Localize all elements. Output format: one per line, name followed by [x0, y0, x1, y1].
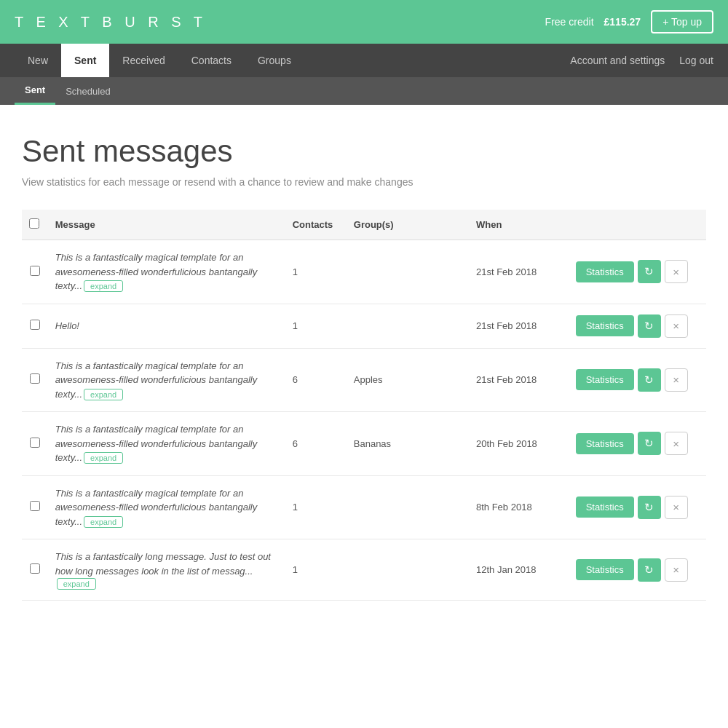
contacts-count: 6: [293, 374, 298, 385]
contacts-cell: 6: [285, 348, 347, 412]
message-cell: This is a fantastically long message. Ju…: [48, 539, 285, 601]
subnav-item-sent[interactable]: Sent: [15, 77, 55, 105]
main-content: Sent messages View statistics for each m…: [0, 105, 728, 622]
delete-button[interactable]: ×: [665, 558, 688, 582]
when-column-header: When: [469, 210, 569, 240]
delete-button[interactable]: ×: [665, 260, 688, 283]
groups-cell: [347, 475, 469, 539]
groups-cell: [347, 240, 469, 304]
resend-button[interactable]: ↻: [638, 558, 661, 582]
actions-wrapper: Statistics↻×: [576, 260, 699, 283]
logo: T E X T B U R S T: [15, 14, 207, 31]
checkbox-header: [22, 210, 48, 240]
groups-column-header: Group(s): [347, 210, 469, 240]
row-3-checkbox[interactable]: [30, 373, 40, 384]
messages-tbody: This is a fantastically magical template…: [22, 240, 706, 601]
messages-table: Message Contacts Group(s) When This is a…: [22, 210, 706, 601]
delete-button[interactable]: ×: [665, 432, 688, 455]
credit-amount: £115.27: [604, 16, 641, 28]
groups-cell: Apples: [347, 348, 469, 412]
row-2-checkbox[interactable]: [30, 320, 40, 330]
actions-cell: Statistics↻×: [569, 348, 706, 412]
message-text: This is a fantastically long message. Ju…: [55, 551, 271, 577]
expand-button[interactable]: expand: [84, 452, 123, 464]
groups-cell: [347, 304, 469, 348]
actions-cell: Statistics↻×: [569, 539, 706, 601]
row-1-checkbox[interactable]: [30, 266, 40, 276]
message-text: Hello!: [55, 320, 79, 331]
expand-button[interactable]: expand: [84, 389, 123, 400]
row-4-checkbox[interactable]: [30, 438, 40, 448]
statistics-button[interactable]: Statistics: [576, 433, 634, 454]
actions-wrapper: Statistics↻×: [576, 496, 699, 519]
resend-button[interactable]: ↻: [638, 432, 661, 455]
page-title: Sent messages: [22, 134, 706, 169]
statistics-button[interactable]: Statistics: [576, 369, 634, 390]
resend-button[interactable]: ↻: [638, 496, 661, 519]
when-date: 21st Feb 2018: [476, 374, 537, 385]
nav-bar: New Sent Received Contacts Groups Accoun…: [0, 44, 728, 77]
top-up-button[interactable]: + Top up: [651, 10, 713, 33]
nav-item-groups[interactable]: Groups: [245, 44, 304, 77]
row-checkbox-cell: [22, 475, 48, 539]
select-all-checkbox[interactable]: [29, 218, 39, 229]
statistics-button[interactable]: Statistics: [576, 559, 634, 580]
row-checkbox-cell: [22, 304, 48, 348]
account-settings-link[interactable]: Account and settings: [570, 55, 665, 66]
nav-left: New Sent Received Contacts Groups: [15, 44, 304, 77]
when-cell: 21st Feb 2018: [469, 348, 569, 412]
contacts-cell: 1: [285, 475, 347, 539]
statistics-button[interactable]: Statistics: [576, 315, 634, 336]
when-date: 20th Feb 2018: [476, 438, 537, 449]
nav-item-contacts[interactable]: Contacts: [178, 44, 245, 77]
actions-column-header: [569, 210, 706, 240]
statistics-button[interactable]: Statistics: [576, 496, 634, 518]
message-cell: This is a fantastically magical template…: [48, 475, 285, 539]
logout-link[interactable]: Log out: [679, 55, 713, 66]
nav-item-new[interactable]: New: [15, 44, 61, 77]
resend-button[interactable]: ↻: [638, 260, 661, 283]
row-5-checkbox[interactable]: [30, 501, 40, 511]
delete-button[interactable]: ×: [665, 314, 688, 338]
table-row: This is a fantastically magical template…: [22, 348, 706, 412]
actions-wrapper: Statistics↻×: [576, 368, 699, 392]
actions-cell: Statistics↻×: [569, 304, 706, 348]
contacts-cell: 1: [285, 539, 347, 601]
nav-right: Account and settings Log out: [570, 55, 713, 66]
table-row: This is a fantastically magical template…: [22, 240, 706, 304]
resend-button[interactable]: ↻: [638, 368, 661, 392]
groups-cell: Bananas: [347, 412, 469, 476]
group-name: Bananas: [354, 438, 391, 449]
table-row: This is a fantastically magical template…: [22, 412, 706, 476]
nav-item-sent[interactable]: Sent: [61, 44, 109, 77]
when-cell: 8th Feb 2018: [469, 475, 569, 539]
delete-button[interactable]: ×: [665, 368, 688, 392]
statistics-button[interactable]: Statistics: [576, 261, 634, 282]
expand-button[interactable]: expand: [84, 280, 123, 292]
table-row: Hello!121st Feb 2018Statistics↻×: [22, 304, 706, 348]
message-cell: This is a fantastically magical template…: [48, 348, 285, 412]
when-date: 8th Feb 2018: [476, 502, 532, 513]
contacts-count: 1: [293, 320, 298, 331]
contacts-cell: 1: [285, 304, 347, 348]
delete-button[interactable]: ×: [665, 496, 688, 519]
top-bar: T E X T B U R S T Free credit £115.27 + …: [0, 0, 728, 44]
nav-item-received[interactable]: Received: [109, 44, 178, 77]
expand-button[interactable]: expand: [57, 578, 96, 590]
table-header-row: Message Contacts Group(s) When: [22, 210, 706, 240]
row-6-checkbox[interactable]: [30, 563, 40, 574]
when-cell: 21st Feb 2018: [469, 304, 569, 348]
message-column-header: Message: [48, 210, 285, 240]
when-cell: 20th Feb 2018: [469, 412, 569, 476]
when-date: 21st Feb 2018: [476, 320, 537, 331]
message-cell: Hello!: [48, 304, 285, 348]
row-checkbox-cell: [22, 348, 48, 412]
when-date: 12th Jan 2018: [476, 564, 536, 575]
page-subtitle: View statistics for each message or rese…: [22, 176, 706, 188]
expand-button[interactable]: expand: [84, 516, 123, 528]
row-checkbox-cell: [22, 539, 48, 601]
actions-wrapper: Statistics↻×: [576, 314, 699, 338]
subnav-item-scheduled[interactable]: Scheduled: [55, 77, 120, 105]
resend-button[interactable]: ↻: [638, 314, 661, 338]
actions-wrapper: Statistics↻×: [576, 432, 699, 455]
